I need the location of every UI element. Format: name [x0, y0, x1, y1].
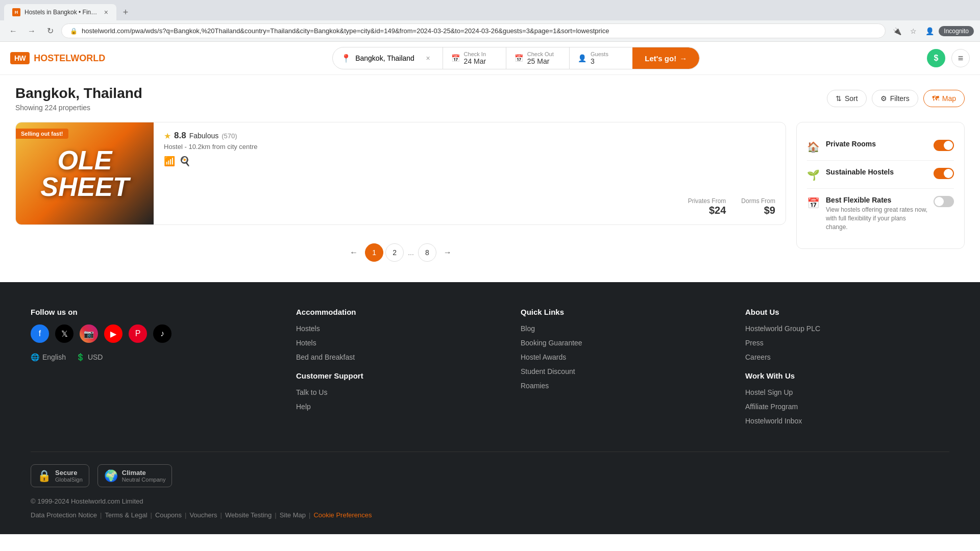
- selling-badge: Selling out fast!: [16, 129, 68, 139]
- sort-button[interactable]: ⇅ Sort: [827, 90, 867, 107]
- filter-private-rooms-info: 🏠 Private Rooms: [807, 140, 876, 153]
- footer-link-hostels[interactable]: Hostels: [296, 324, 500, 333]
- hostel-card[interactable]: Selling out fast! OLESHEET ★ 8.8 Fabulou…: [15, 122, 786, 225]
- dorms-price: Dorms From $9: [741, 197, 775, 216]
- rating-count: (570): [222, 132, 237, 140]
- privates-value: $24: [688, 205, 726, 216]
- next-page-button[interactable]: →: [438, 243, 457, 262]
- new-tab-button[interactable]: +: [118, 5, 133, 19]
- secure-main: Secure: [55, 469, 83, 477]
- filters-button[interactable]: ⚙ Filters: [872, 90, 918, 107]
- map-button[interactable]: 🗺 Map: [923, 90, 965, 107]
- footer-link-hostel-awards[interactable]: Hostel Awards: [521, 353, 725, 361]
- private-rooms-toggle[interactable]: [934, 140, 954, 151]
- footer-link-roamies[interactable]: Roamies: [521, 382, 725, 390]
- footer-link-careers[interactable]: Careers: [745, 353, 949, 361]
- footer-terms[interactable]: Terms & Legal: [105, 511, 147, 519]
- forward-button[interactable]: →: [24, 24, 39, 38]
- reload-button[interactable]: ↻: [43, 24, 57, 38]
- footer-link-affiliate[interactable]: Affiliate Program: [745, 403, 949, 411]
- logo[interactable]: HW HOSTELWORLD: [10, 52, 105, 64]
- destination-field[interactable]: 📍 ×: [333, 47, 443, 69]
- bookmark-button[interactable]: ☆: [906, 24, 920, 38]
- dorms-value: $9: [741, 205, 775, 216]
- climate-icon: 🌍: [104, 469, 118, 483]
- sustainable-icon: 🌱: [807, 169, 820, 181]
- filter-private-rooms-text: Private Rooms: [826, 140, 876, 148]
- pagination: ← 1 2 ... 8 →: [15, 233, 786, 277]
- active-tab[interactable]: H Hostels in Bangkok • Find che... ×: [4, 4, 116, 20]
- filter-sustainable: 🌱 Sustainable Hostels: [807, 161, 954, 189]
- currency-button[interactable]: $: [927, 49, 945, 67]
- secure-badge: 🔒 Secure GlobalSign: [31, 464, 89, 487]
- language-button[interactable]: 🌐 English: [31, 353, 66, 361]
- privates-label: Privates From: [688, 197, 726, 205]
- guests-label: Guests: [591, 51, 608, 57]
- footer-link-press[interactable]: Press: [745, 339, 949, 347]
- filters-label: Filters: [890, 94, 910, 103]
- star-icon: ★: [164, 131, 171, 141]
- footer: Follow us on f 𝕏 📷 ▶ P ♪ 🌐 English 💲 USD: [0, 282, 980, 534]
- tab-favicon: H: [12, 8, 20, 16]
- footer-link-bnb[interactable]: Bed and Breakfast: [296, 353, 500, 361]
- secure-text: Secure GlobalSign: [55, 469, 83, 483]
- footer-link-group[interactable]: Hostelworld Group PLC: [745, 324, 949, 333]
- filter-private-rooms-title: Private Rooms: [826, 140, 876, 148]
- prev-page-button[interactable]: ←: [345, 243, 363, 262]
- instagram-icon[interactable]: 📷: [80, 324, 98, 343]
- incognito-badge: Incognito: [939, 26, 974, 36]
- url-text: hostelworld.com/pwa/wds/s?q=Bangkok,%20T…: [82, 27, 877, 35]
- checkout-field[interactable]: 📅 Check Out 25 Mar: [506, 47, 570, 69]
- page-header: HW HOSTELWORLD 📍 × 📅 Check In 24 Mar 📅 C…: [0, 42, 980, 75]
- flexible-rates-toggle[interactable]: [934, 196, 954, 207]
- results-list: Selling out fast! OLESHEET ★ 8.8 Fabulou…: [15, 122, 786, 277]
- footer-link-booking-guarantee[interactable]: Booking Guarantee: [521, 339, 725, 347]
- language-label: English: [42, 353, 66, 361]
- footer-link-hostel-signup[interactable]: Hostel Sign Up: [745, 388, 949, 396]
- youtube-icon[interactable]: ▶: [104, 324, 122, 343]
- checkin-field[interactable]: 📅 Check In 24 Mar: [443, 47, 506, 69]
- currency-footer-button[interactable]: 💲 USD: [76, 353, 103, 361]
- filter-card: 🏠 Private Rooms 🌱 Sustainable Hostels: [796, 122, 965, 249]
- page-title: Bangkok, Thailand: [15, 85, 142, 102]
- footer-link-inbox[interactable]: Hostelworld Inbox: [745, 417, 949, 425]
- footer-link-hotels[interactable]: Hotels: [296, 339, 500, 347]
- footer-data-protection[interactable]: Data Protection Notice: [31, 511, 97, 519]
- sustainable-toggle[interactable]: [934, 168, 954, 179]
- tiktok-icon[interactable]: ♪: [153, 324, 172, 343]
- card-pricing: Privates From $24 Dorms From $9: [164, 189, 775, 216]
- footer-cookie-preferences[interactable]: Cookie Preferences: [313, 511, 372, 519]
- footer-vouchers[interactable]: Vouchers: [189, 511, 217, 519]
- search-submit-button[interactable]: Let's go! →: [632, 47, 699, 69]
- footer-social-col: Follow us on f 𝕏 📷 ▶ P ♪ 🌐 English 💲 USD: [31, 308, 276, 431]
- main-area: Selling out fast! OLESHEET ★ 8.8 Fabulou…: [0, 117, 980, 282]
- footer-coupons[interactable]: Coupons: [155, 511, 182, 519]
- guests-value: 3: [591, 57, 608, 65]
- tab-close-button[interactable]: ×: [104, 8, 108, 16]
- page-2-button[interactable]: 2: [385, 243, 404, 262]
- footer-link-blog[interactable]: Blog: [521, 324, 725, 333]
- destination-input[interactable]: [355, 54, 418, 62]
- guests-icon: 👤: [578, 54, 586, 62]
- copyright: © 1999-2024 Hostelworld.com Limited: [31, 497, 949, 505]
- address-bar[interactable]: 🔒 hostelworld.com/pwa/wds/s?q=Bangkok,%2…: [61, 23, 886, 38]
- footer-website-testing[interactable]: Website Testing: [225, 511, 272, 519]
- footer-link-student-discount[interactable]: Student Discount: [521, 367, 725, 375]
- footer-link-help[interactable]: Help: [296, 403, 500, 411]
- twitter-icon[interactable]: 𝕏: [55, 324, 74, 343]
- pinterest-icon[interactable]: P: [129, 324, 147, 343]
- clear-destination-button[interactable]: ×: [422, 54, 434, 62]
- footer-link-talk[interactable]: Talk to Us: [296, 388, 500, 396]
- page-1-button[interactable]: 1: [365, 243, 383, 262]
- extensions-button[interactable]: 🔌: [890, 24, 904, 38]
- profile-button[interactable]: 👤: [922, 24, 937, 38]
- back-button[interactable]: ←: [6, 24, 20, 38]
- guests-field[interactable]: 👤 Guests 3: [570, 47, 632, 69]
- menu-button[interactable]: ≡: [951, 49, 970, 67]
- facebook-icon[interactable]: f: [31, 324, 49, 343]
- footer-site-map[interactable]: Site Map: [280, 511, 306, 519]
- card-top: ★ 8.8 Fabulous (570) Hostel - 10.2km fro…: [164, 131, 775, 167]
- logo-text: HOSTELWORLD: [34, 53, 105, 64]
- logo-box: HW: [10, 52, 30, 64]
- page-8-button[interactable]: 8: [418, 243, 436, 262]
